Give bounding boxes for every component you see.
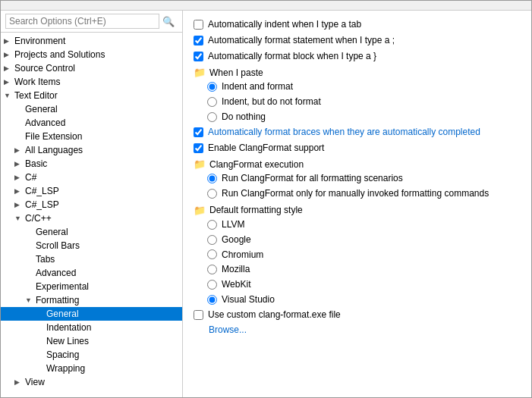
paste-radio-row-2: Do nothing	[207, 111, 521, 124]
tree-item-label: Environment	[14, 36, 179, 46]
checkbox-1[interactable]	[194, 36, 203, 45]
tree-item-cpp-advanced[interactable]: Advanced	[1, 266, 182, 280]
checkbox-0[interactable]	[194, 20, 203, 30]
arrow-icon: ▶	[14, 201, 25, 208]
cf-radio-run-all[interactable]	[207, 174, 217, 183]
tree-item-cpp-tabs[interactable]: Tabs	[1, 252, 182, 266]
tree-item-view[interactable]: ▶View	[1, 375, 182, 389]
browse-link[interactable]: Browse...	[209, 324, 247, 335]
braces-label: Automatically format braces when they ar…	[208, 126, 480, 139]
option-label-1: Automatically format statement when I ty…	[208, 34, 395, 47]
braces-option-row: Automatically format braces when they ar…	[194, 126, 521, 139]
cf-radio-row-1: Run ClangFormat only for manually invoke…	[207, 187, 521, 200]
tree-item-te-file-extension[interactable]: File Extension	[1, 130, 182, 143]
tree-item-cpp-experimental[interactable]: Experimental	[1, 280, 182, 293]
style-radio-visual-studio[interactable]	[207, 295, 217, 305]
arrow-icon: ▶	[14, 378, 25, 386]
clangformat-exec-title: ClangFormat execution	[209, 159, 304, 170]
style-radio-row-0: LLVM	[207, 218, 521, 231]
tree-item-text-editor[interactable]: ▼Text Editor	[1, 89, 182, 102]
arrow-icon: ▶	[4, 64, 14, 72]
option-row-2: Automatically format block when I type a…	[194, 50, 521, 63]
style-option-label-0: LLVM	[222, 218, 244, 231]
clangformat-checkbox[interactable]	[194, 143, 203, 153]
style-radio-row-2: Chromium	[207, 249, 521, 262]
option-row-1: Automatically format statement when I ty…	[194, 34, 521, 47]
tree-item-label: Work Items	[14, 77, 179, 87]
dialog-title	[1, 1, 531, 11]
arrow-icon: ▶	[14, 187, 25, 195]
tree-item-csharp[interactable]: ▶C#	[1, 171, 182, 184]
style-radio-chromium[interactable]	[207, 249, 217, 259]
style-radio-group: LLVMGoogleChromiumMozillaWebKitVisual St…	[207, 218, 521, 306]
style-option-label-5: Visual Studio	[222, 293, 275, 306]
tree-item-label: General	[36, 227, 179, 237]
search-button[interactable]: 🔍	[159, 14, 178, 29]
tree-item-fmt-general[interactable]: General	[1, 307, 182, 321]
tree-item-environment[interactable]: ▶Environment	[1, 34, 182, 48]
checkbox-2[interactable]	[194, 52, 203, 61]
style-option-label-4: WebKit	[222, 278, 250, 291]
tree-item-label: General	[46, 309, 179, 319]
tree-item-label: Scroll Bars	[36, 240, 179, 251]
arrow-icon: ▶	[4, 37, 14, 45]
paste-section-header: 📁When I paste	[194, 67, 521, 78]
arrow-icon: ▼	[4, 92, 14, 99]
style-radio-google[interactable]	[207, 235, 217, 245]
default-style-title: Default formatting style	[209, 205, 303, 215]
tree-item-fmt-newlines[interactable]: New Lines	[1, 334, 182, 348]
folder-icon-2: 📁	[194, 158, 206, 170]
arrow-icon: ▶	[14, 174, 25, 181]
arrow-icon: ▶	[14, 146, 25, 154]
clangformat-label: Enable ClangFormat support	[208, 142, 324, 155]
paste-radio-indent-format[interactable]	[207, 82, 217, 92]
tree-item-all-languages[interactable]: ▶All Languages	[1, 143, 182, 157]
tree-item-cpp-general[interactable]: General	[1, 225, 182, 239]
tree-item-projects-solutions[interactable]: ▶Projects and Solutions	[1, 48, 182, 61]
tree-item-work-items[interactable]: ▶Work Items	[1, 75, 182, 89]
cf-radio-row-0: Run ClangFormat for all formatting scena…	[207, 172, 521, 185]
search-input[interactable]	[5, 14, 159, 29]
arrow-icon: ▼	[14, 215, 25, 222]
style-radio-webkit[interactable]	[207, 280, 217, 290]
tree-item-label: Indentation	[46, 322, 179, 333]
tree-item-cpp[interactable]: ▼C/C++	[1, 212, 182, 225]
arrow-icon: ▶	[4, 51, 14, 58]
default-style-section: 📁Default formatting style	[194, 205, 521, 216]
tree-item-fmt-spacing[interactable]: Spacing	[1, 348, 182, 362]
tree-item-fmt-indentation[interactable]: Indentation	[1, 321, 182, 334]
style-radio-row-5: Visual Studio	[207, 293, 521, 306]
tree-item-label: C#_LSP	[25, 199, 179, 210]
tree-item-label: Source Control	[14, 63, 179, 74]
style-radio-llvm[interactable]	[207, 220, 217, 230]
left-panel: 🔍 ▶Environment▶Projects and Solutions▶So…	[1, 11, 183, 397]
tree-item-fmt-wrapping[interactable]: Wrapping	[1, 362, 182, 375]
tree-item-te-general[interactable]: General	[1, 102, 182, 116]
style-radio-row-4: WebKit	[207, 278, 521, 291]
tree-item-source-control[interactable]: ▶Source Control	[1, 61, 182, 75]
paste-option-label-0: Indent and format	[222, 80, 293, 93]
paste-option-label-1: Indent, but do not format	[222, 96, 321, 108]
tree-item-label: Advanced	[25, 118, 179, 128]
style-radio-mozilla[interactable]	[207, 265, 217, 274]
cf-radio-run-manual[interactable]	[207, 189, 217, 199]
tree-item-formatting[interactable]: ▼Formatting	[1, 293, 182, 307]
folder-icon: 📁	[194, 67, 206, 78]
tree-view: ▶Environment▶Projects and Solutions▶Sour…	[1, 33, 182, 397]
option-label-0: Automatically indent when I type a tab	[208, 18, 361, 31]
tree-item-csharp-lsp1[interactable]: ▶C#_LSP	[1, 184, 182, 198]
tree-item-label: Wrapping	[46, 363, 179, 374]
tree-item-cpp-scrollbars[interactable]: Scroll Bars	[1, 239, 182, 252]
paste-radio-indent-no-format[interactable]	[207, 97, 217, 107]
style-option-label-1: Google	[222, 233, 251, 246]
braces-checkbox[interactable]	[194, 127, 203, 137]
tree-item-te-advanced[interactable]: Advanced	[1, 116, 182, 130]
right-panel: Automatically indent when I type a tabAu…	[183, 11, 531, 397]
tree-item-basic[interactable]: ▶Basic	[1, 157, 182, 171]
custom-clang-checkbox[interactable]	[194, 310, 203, 320]
clangformat-exec-section: 📁ClangFormat execution	[194, 158, 521, 170]
tree-item-label: File Extension	[25, 131, 179, 142]
paste-radio-do-nothing[interactable]	[207, 112, 217, 122]
tree-item-csharp-lsp2[interactable]: ▶C#_LSP	[1, 198, 182, 212]
paste-option-label-2: Do nothing	[222, 111, 266, 124]
